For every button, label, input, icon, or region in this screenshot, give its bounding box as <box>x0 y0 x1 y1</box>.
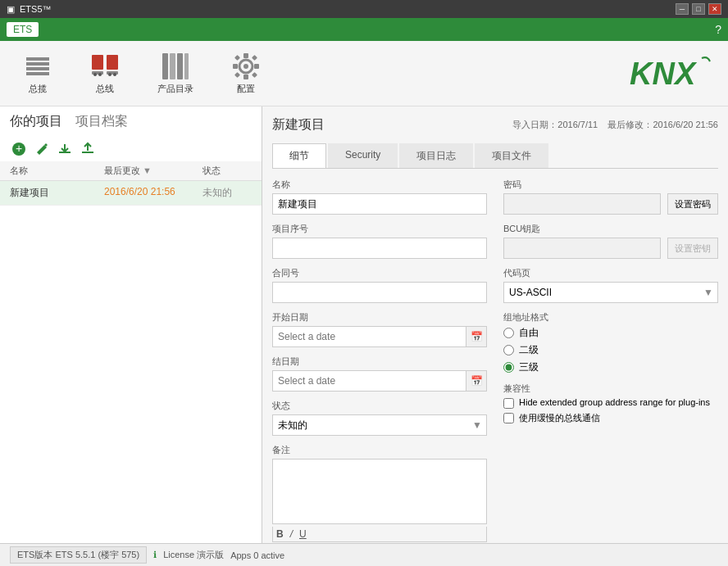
password-label: 密码 <box>503 179 718 191</box>
close-button[interactable]: ✕ <box>708 3 721 15</box>
svg-rect-19 <box>252 55 257 61</box>
project-meta: 导入日期：2016/7/11 最后修改：2016/6/20 21:56 <box>512 119 718 131</box>
help-icon[interactable]: ? <box>715 23 721 36</box>
tab-files[interactable]: 项目文件 <box>475 143 548 168</box>
toolbar-overview-label: 总揽 <box>29 83 47 95</box>
start-date-picker-button[interactable]: 📅 <box>466 326 487 347</box>
compat-label-1: Hide extended group address range for pl… <box>519 397 710 407</box>
password-row: 设置密码 <box>503 193 718 215</box>
edit-project-button[interactable] <box>33 140 51 158</box>
svg-rect-0 <box>92 55 103 70</box>
table-row[interactable]: 新建项目 2016/6/20 21:56 未知的 <box>0 181 262 206</box>
name-group: 名称 <box>272 179 487 215</box>
svg-rect-18 <box>234 55 240 61</box>
main-content: 你的项目 项目档案 + 名称 最后更改 ▼ 状态 <box>0 106 728 543</box>
compat-label-2: 使用缓慢的总线通信 <box>519 412 600 424</box>
import-date: 导入日期：2016/7/11 <box>512 120 598 129</box>
tabs: 细节 Security 项目日志 项目文件 <box>272 143 718 169</box>
underline-button[interactable]: U <box>299 528 307 540</box>
radio-two[interactable]: 二级 <box>503 343 718 357</box>
toolbar-overview[interactable]: 总揽 <box>16 48 59 98</box>
code-page-group: 代码页 US-ASCII UTF-8 ISO-8859-1 ▼ <box>503 267 718 303</box>
toolbar-config[interactable]: 配置 <box>225 48 267 98</box>
toolbar-catalog[interactable]: 产品目录 <box>151 48 200 98</box>
compat-checkbox-2[interactable] <box>503 413 514 423</box>
svg-rect-20 <box>234 72 240 78</box>
toolbar-bus-label: 总线 <box>96 83 114 95</box>
toolbar-bus[interactable]: 总线 <box>84 48 126 98</box>
radio-three-label: 三级 <box>519 360 539 374</box>
code-page-select[interactable]: US-ASCII UTF-8 ISO-8859-1 <box>503 282 718 303</box>
project-title: 新建项目 <box>272 116 325 134</box>
remarks-textarea[interactable] <box>272 459 487 524</box>
status-group: 状态 未知的 计划中 进行中 完成 ▼ <box>272 400 487 436</box>
status-label: 状态 <box>272 400 487 412</box>
compat-checkbox-1[interactable] <box>503 398 514 409</box>
bold-button[interactable]: B <box>276 528 284 540</box>
row-name: 新建项目 <box>10 186 104 200</box>
row-status: 未知的 <box>202 186 252 200</box>
name-input[interactable] <box>272 193 487 215</box>
italic-button[interactable]: / <box>290 528 293 540</box>
start-date-input[interactable] <box>272 326 466 347</box>
svg-rect-11 <box>184 53 189 79</box>
tab-security[interactable]: Security <box>328 143 398 168</box>
maximize-button[interactable]: □ <box>692 3 705 15</box>
radio-three[interactable]: 三级 <box>503 360 718 374</box>
config-icon <box>231 52 261 81</box>
end-date-input[interactable] <box>272 370 466 392</box>
radio-two-input[interactable] <box>503 345 514 355</box>
export-project-button[interactable] <box>79 140 97 158</box>
start-date-label: 开始日期 <box>272 311 487 324</box>
end-date-wrap: 📅 <box>272 370 487 392</box>
row-date: 2016/6/20 21:56 <box>104 186 202 200</box>
password-group: 密码 设置密码 <box>503 179 718 215</box>
tab-log[interactable]: 项目日志 <box>399 143 473 168</box>
radio-three-input[interactable] <box>503 362 514 373</box>
start-date-group: 开始日期 📅 <box>272 311 487 347</box>
col-header-name: 名称 <box>10 165 104 177</box>
status-bar: ETS版本 ETS 5.5.1 (楼宇 575) ℹ License 演示版 A… <box>0 543 728 566</box>
end-date-picker-button[interactable]: 📅 <box>466 370 487 392</box>
project-no-input[interactable] <box>272 238 487 259</box>
contract-input[interactable] <box>272 282 487 303</box>
bus-icon <box>90 52 120 81</box>
svg-point-4 <box>93 73 97 76</box>
compat-group: 兼容性 Hide extended group address range fo… <box>503 383 718 424</box>
status-license: License 演示版 <box>163 549 224 561</box>
svg-point-7 <box>113 73 116 76</box>
svg-text:KNX: KNX <box>630 57 698 91</box>
right-panel: 新建项目 导入日期：2016/7/11 最后修改：2016/6/20 21:56… <box>262 106 728 543</box>
set-bcu-button[interactable]: 设置密钥 <box>667 238 718 259</box>
import-project-button[interactable] <box>56 140 74 158</box>
svg-rect-8 <box>162 53 168 79</box>
set-password-button[interactable]: 设置密码 <box>667 193 718 215</box>
status-select-wrap: 未知的 计划中 进行中 完成 ▼ <box>272 414 487 436</box>
bcu-key-input[interactable] <box>503 238 661 259</box>
add-project-button[interactable]: + <box>10 140 28 158</box>
svg-rect-10 <box>177 53 183 79</box>
radio-free[interactable]: 自由 <box>503 326 718 340</box>
toolbar-catalog-label: 产品目录 <box>157 83 193 95</box>
textarea-toolbar: B / U <box>272 527 487 542</box>
tab-detail[interactable]: 细节 <box>272 143 326 168</box>
radio-two-label: 二级 <box>519 343 539 357</box>
form-left: 名称 项目序号 合同号 开始日期 📅 <box>272 179 487 543</box>
menu-tab-ets[interactable]: ETS <box>7 22 39 37</box>
info-icon[interactable]: ℹ <box>153 550 157 560</box>
left-panel: 你的项目 项目档案 + 名称 最后更改 ▼ 状态 <box>0 106 262 543</box>
svg-rect-17 <box>254 64 259 69</box>
bcu-row: 设置密钥 <box>503 238 718 259</box>
status-select[interactable]: 未知的 计划中 进行中 完成 <box>272 414 487 436</box>
radio-free-input[interactable] <box>503 328 514 338</box>
minimize-button[interactable]: ─ <box>676 3 689 15</box>
bcu-key-group: BCU钥匙 设置密钥 <box>503 223 718 259</box>
radio-group: 自由 二级 三级 <box>503 326 718 374</box>
left-header: 你的项目 项目档案 <box>0 106 262 137</box>
svg-rect-16 <box>233 64 238 69</box>
password-input[interactable] <box>503 193 661 215</box>
svg-rect-9 <box>170 53 175 79</box>
sort-icon: ▼ <box>143 165 152 175</box>
svg-point-5 <box>98 73 102 76</box>
last-modified: 最后修改：2016/6/20 21:56 <box>607 120 718 129</box>
